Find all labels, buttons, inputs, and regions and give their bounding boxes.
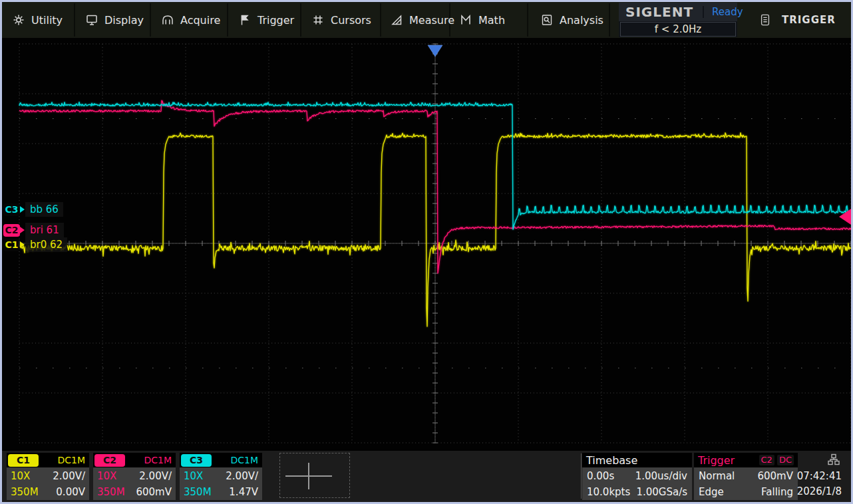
menu-item-utility[interactable]: Utility — [12, 2, 63, 38]
menu-item-label: Display — [104, 14, 144, 27]
channel-coupling: DC1M — [144, 455, 176, 465]
vertical-offset: 600mV — [136, 486, 172, 498]
timebase-descriptor[interactable]: Timebase 0.00s1.00us/div 10.0kpts1.00GSa… — [582, 453, 692, 500]
menu-item-trigger[interactable]: Trigger — [238, 2, 294, 38]
channel-tag-id: C3 — [3, 203, 20, 216]
channel-tag-id: C2 — [3, 224, 20, 237]
system-time: 07:42:41 — [782, 469, 842, 484]
vertical-offset: 1.47V — [229, 486, 258, 498]
clock-block: 07:42:41 2026/1/8 — [782, 453, 842, 500]
menu-item-cursors[interactable]: Cursors — [311, 2, 371, 38]
oscilloscope-screen: Utility Display Acquire Trigger Cursors … — [0, 0, 853, 504]
menu-item-label: Utility — [31, 14, 63, 27]
display-icon — [85, 13, 98, 27]
trigger-title: Trigger — [698, 454, 735, 467]
menu-separator — [300, 3, 301, 37]
menu-separator — [380, 3, 381, 37]
menu-item-analysis[interactable]: Analysis — [540, 2, 603, 38]
measure-icon — [390, 13, 403, 27]
siglent-logo: SIGLENT — [619, 4, 693, 20]
channel-coupling: DC1M — [57, 455, 89, 465]
acquisition-status-block: SIGLENT Ready f < 2.0Hz — [619, 3, 737, 37]
bandwidth-limit: 350M — [184, 486, 212, 498]
channel-tag-arrow-icon — [20, 227, 25, 233]
lan-network-icon[interactable] — [827, 453, 840, 466]
channel-tag-arrow-icon — [20, 206, 25, 213]
unused-descriptor-slot[interactable] — [279, 453, 350, 498]
cross-icon — [308, 463, 309, 489]
timebase-delay: 0.00s — [587, 470, 614, 482]
vertical-offset: 0.00V — [56, 486, 85, 498]
channel-coupling: DC1M — [230, 455, 262, 465]
trigger-panel-label: TRIGGER — [782, 14, 836, 26]
trigger-frequency-readout: f < 2.0Hz — [620, 22, 736, 37]
channel-position-tag-c1[interactable]: C1 br0 62 — [3, 237, 67, 252]
channel-tag-id: C1 — [3, 239, 20, 251]
vertical-scale: 2.00V/ — [139, 470, 172, 482]
menu-item-label: Measure — [409, 14, 454, 27]
channel-descriptor-c2[interactable]: C2 DC1M 10X2.00V/ 350M600mV — [93, 453, 176, 500]
waveform-display[interactable] — [2, 38, 851, 451]
probe-attenuation: 10X — [184, 470, 203, 482]
menu-bar: Utility Display Acquire Trigger Cursors … — [2, 2, 851, 38]
math-icon — [459, 13, 472, 27]
channel-tab[interactable]: C3 — [181, 454, 212, 467]
menu-item-trigger-panel[interactable]: TRIGGER — [759, 2, 836, 38]
timebase-title: Timebase — [586, 454, 637, 467]
channel-descriptor-c1[interactable]: C1 DC1M 10X2.00V/ 350M0.00V — [7, 453, 89, 500]
memory-depth: 10.0kpts — [587, 486, 630, 498]
waveform-area[interactable]: C3 bb 66 C2 bri 61 C1 br0 62 — [2, 38, 851, 451]
channel-descriptor-c3[interactable]: C3 DC1M 10X2.00V/ 350M1.47V — [180, 453, 262, 500]
bandwidth-limit: 350M — [97, 486, 125, 498]
bandwidth-limit: 350M — [11, 486, 39, 498]
menu-item-acquire[interactable]: Acquire — [161, 2, 220, 38]
gear-icon — [12, 13, 25, 27]
channel-tab[interactable]: C1 — [8, 454, 39, 467]
system-date: 2026/1/8 — [782, 484, 842, 499]
channel-tab[interactable]: C2 — [94, 454, 125, 467]
menu-item-label: Math — [478, 14, 505, 27]
channel-tag-arrow-icon — [20, 241, 25, 248]
probe-attenuation: 10X — [11, 470, 30, 482]
menu-separator — [227, 3, 228, 37]
status-bar-divider — [581, 453, 582, 499]
menu-item-display[interactable]: Display — [85, 2, 144, 38]
trigger-position-marker[interactable] — [428, 45, 442, 57]
trigger-mode: Normal — [699, 470, 735, 482]
sample-rate: 1.00GSa/s — [636, 486, 687, 498]
channel-position-tag-c3[interactable]: C3 bb 66 — [3, 202, 63, 217]
clipboard-icon — [759, 13, 771, 27]
trigger-source-badge: C2 — [759, 455, 774, 465]
analysis-icon — [540, 13, 554, 27]
timebase-scale: 1.00us/div — [635, 470, 687, 482]
channel-label: bri 61 — [25, 223, 64, 237]
vertical-scale: 2.00V/ — [226, 470, 258, 482]
channel-label: br0 62 — [25, 237, 67, 252]
menu-item-label: Cursors — [331, 14, 371, 27]
menu-item-measure[interactable]: Measure — [390, 2, 454, 38]
channel-label: bb 66 — [25, 202, 63, 217]
status-bar: C1 DC1M 10X2.00V/ 350M0.00V C2 DC1M 10X2… — [2, 451, 851, 502]
menu-item-label: Acquire — [180, 14, 220, 27]
menu-separator — [74, 3, 75, 37]
trigger-type: Edge — [699, 486, 724, 498]
menu-separator — [150, 3, 151, 37]
menu-item-label: Analysis — [560, 14, 603, 27]
acquire-icon — [161, 13, 174, 27]
menu-separator — [527, 3, 528, 37]
probe-attenuation: 10X — [97, 470, 116, 482]
trigger-flag-icon — [238, 13, 252, 27]
acquisition-status: Ready — [703, 6, 743, 18]
channel-position-tag-c2[interactable]: C2 bri 61 — [3, 223, 64, 237]
menu-item-math[interactable]: Math — [459, 2, 505, 38]
menu-separator — [609, 3, 610, 37]
menu-item-label: Trigger — [257, 14, 294, 27]
vertical-scale: 2.00V/ — [53, 470, 85, 482]
cursors-icon — [311, 13, 325, 27]
